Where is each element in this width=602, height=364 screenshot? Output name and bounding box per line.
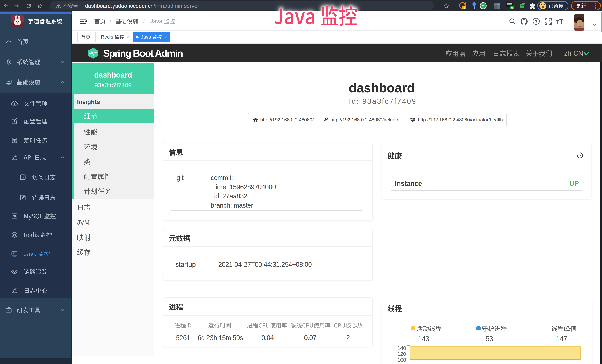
svg-text:on: on	[511, 7, 514, 9]
svg-text:?: ?	[535, 19, 537, 24]
svg-text:1: 1	[463, 6, 465, 9]
